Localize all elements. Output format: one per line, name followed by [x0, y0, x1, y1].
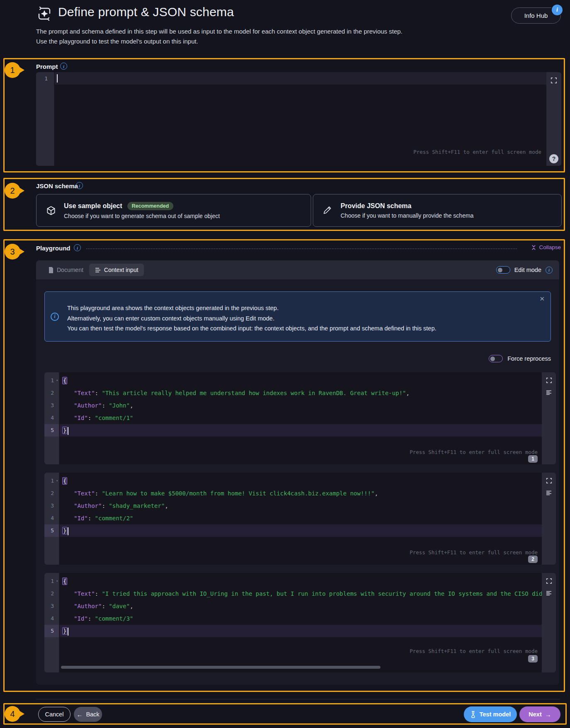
edit-mode-info-icon[interactable]: i	[546, 267, 553, 274]
prompt-info-icon[interactable]: i	[60, 63, 67, 70]
back-arrow-icon: ←	[76, 711, 83, 718]
prompt-label: Prompt	[36, 63, 58, 70]
active-line-highlight	[55, 72, 546, 85]
banner-line: This playground area shows the context o…	[67, 303, 534, 313]
flask-icon	[470, 711, 476, 718]
fullscreen-expand-icon[interactable]	[546, 377, 552, 383]
footer-divider	[36, 699, 560, 699]
test-model-button[interactable]: Test model	[464, 706, 517, 722]
test-model-label: Test model	[480, 711, 511, 718]
back-label: Back	[86, 711, 99, 718]
force-reprocess-toggle[interactable]	[489, 355, 503, 362]
tab-label: Document	[57, 267, 83, 273]
context-input-icon	[95, 267, 101, 273]
tab-label: Context input	[104, 267, 139, 273]
editor-gutter: 1▾2345	[44, 372, 59, 464]
playground-panel: Document Context input Edit mode i i ✕ T…	[36, 260, 559, 685]
tab-context-input[interactable]: Context input	[89, 264, 144, 276]
prompt-editor[interactable]: 1 Press Shift+F11 to enter full screen m…	[36, 72, 561, 166]
horizontal-scrollbar[interactable]	[61, 666, 380, 669]
editor-gutter: 1▾2345	[44, 573, 59, 672]
context-object-editor[interactable]: 1▾2345 {"Text": "This article really hel…	[44, 372, 556, 464]
collapse-button[interactable]: Collapse	[531, 244, 561, 250]
playground-tabbar: Document Context input Edit mode i	[36, 260, 559, 279]
prompt-editor-gutter: 1	[36, 72, 54, 166]
tab-document[interactable]: Document	[43, 264, 89, 276]
annotation-badge-4: 4	[5, 706, 20, 722]
json-schema-info-icon[interactable]: i	[76, 182, 83, 189]
cancel-label: Cancel	[45, 711, 63, 718]
context-objects-list: 1▾2345 {"Text": "This article really hel…	[44, 372, 556, 681]
use-sample-object-card[interactable]: Use sample object Recommended Choose if …	[36, 194, 311, 227]
edit-mode-label: Edit mode	[514, 267, 541, 273]
annotation-badge-1: 1	[5, 62, 20, 78]
banner-close-icon[interactable]: ✕	[539, 295, 545, 303]
context-object-index-badge: 3	[528, 655, 538, 662]
fullscreen-expand-icon[interactable]	[546, 578, 552, 584]
context-object-index-badge: 2	[528, 556, 538, 563]
ai-regenerate-icon	[36, 5, 53, 22]
annotation-badge-2: 2	[5, 183, 20, 199]
info-hub-info-icon[interactable]: i	[552, 5, 563, 15]
fullscreen-expand-icon[interactable]	[551, 77, 557, 166]
format-document-icon[interactable]	[546, 390, 552, 395]
line-number: 1	[36, 75, 54, 82]
card-title: Use sample object	[64, 202, 122, 210]
card-description: Choose if you want to generate schema ou…	[64, 213, 220, 219]
back-button[interactable]: ← Back	[74, 707, 102, 722]
define-prompt-page: Define prompt & JSON schema Info Hub i T…	[0, 0, 570, 728]
fullscreen-hint: Press Shift+F11 to enter full screen mod…	[409, 549, 538, 556]
editor-toolbar	[542, 473, 556, 565]
page-description-line-1: The prompt and schema defined in this st…	[36, 28, 402, 35]
format-document-icon[interactable]	[546, 591, 552, 596]
card-description: Choose if you want to manually provide t…	[341, 212, 474, 219]
edit-mode-toggle[interactable]	[496, 266, 510, 274]
pencil-icon	[322, 205, 333, 216]
document-icon	[49, 267, 54, 273]
collapse-icon	[531, 245, 536, 250]
next-arrow-icon: →	[545, 711, 551, 718]
fullscreen-expand-icon[interactable]	[546, 478, 552, 484]
banner-info-icon: i	[51, 313, 59, 321]
context-object-editor[interactable]: 1▾2345 {"Text": "Learn how to make $5000…	[44, 473, 556, 565]
cube-icon	[46, 205, 56, 216]
editor-lines: {"Text": "I tried this approach with IO_…	[60, 573, 542, 672]
json-schema-label: JSON schema	[36, 182, 78, 189]
playground-label: Playground	[36, 245, 71, 252]
prompt-editor-toolbar	[546, 72, 561, 166]
banner-line: Alternatively, you can enter custom cont…	[67, 313, 534, 324]
format-document-icon[interactable]	[546, 490, 552, 495]
recommended-badge: Recommended	[127, 202, 174, 210]
banner-line: You can then test the model's response b…	[67, 323, 534, 334]
page-title: Define prompt & JSON schema	[58, 5, 234, 19]
playground-info-icon[interactable]: i	[74, 244, 81, 251]
text-cursor	[57, 74, 58, 83]
card-title: Provide JSON schema	[341, 202, 412, 210]
fullscreen-hint: Press Shift+F11 to enter full screen mod…	[413, 149, 541, 155]
provide-json-schema-card[interactable]: Provide JSON schema Choose if you want t…	[313, 194, 562, 227]
next-label: Next	[529, 711, 541, 718]
fullscreen-hint: Press Shift+F11 to enter full screen mod…	[409, 648, 538, 654]
annotation-badge-3: 3	[5, 244, 20, 260]
cancel-button[interactable]: Cancel	[38, 707, 71, 722]
context-object-index-badge: 1	[528, 455, 538, 463]
help-button[interactable]: ?	[549, 154, 558, 163]
info-hub-label: Info Hub	[524, 12, 548, 19]
editor-toolbar	[542, 573, 556, 672]
fullscreen-hint: Press Shift+F11 to enter full screen mod…	[409, 449, 538, 455]
editor-toolbar	[542, 372, 556, 464]
playground-info-banner: i ✕ This playground area shows the conte…	[44, 291, 551, 342]
collapse-label: Collapse	[539, 244, 561, 250]
context-object-editor[interactable]: 1▾2345 {"Text": "I tried this approach w…	[44, 573, 556, 672]
page-description-line-2: Use the playground to test the model's o…	[36, 38, 198, 45]
next-button[interactable]: Next →	[519, 706, 560, 722]
force-reprocess-label: Force reprocess	[507, 355, 551, 362]
editor-gutter: 1▾2345	[44, 473, 59, 565]
dotted-divider	[86, 248, 517, 249]
